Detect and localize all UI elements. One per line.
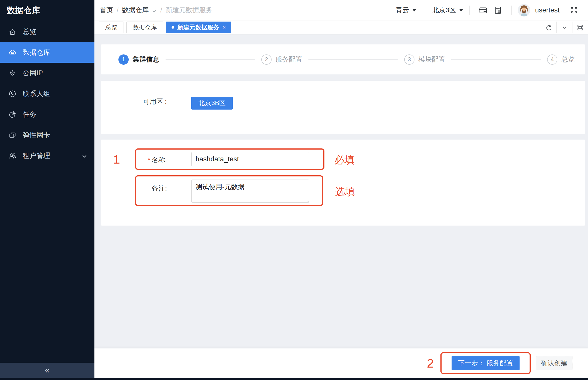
cloud-db-icon: [8, 48, 17, 57]
step-label: 集群信息: [133, 55, 159, 64]
required-star: *: [148, 156, 151, 164]
tabbar-actions: [541, 21, 588, 33]
step-circle: 1: [118, 55, 129, 65]
sidebar-nav: 总览 数据仓库 公网IP 联系人组: [0, 21, 95, 166]
zone-option-button[interactable]: 北京3B区: [191, 97, 233, 110]
region-selector-value: 北京3区: [432, 6, 456, 15]
caret-down-icon: [412, 9, 416, 12]
wizard-steps-panel: 1 集群信息 2 服务配置 3 模块配置 4 总览: [101, 44, 585, 75]
divider: [469, 6, 470, 15]
annotation-box-next: 下一步： 服务配置: [440, 352, 531, 374]
step-circle: 3: [404, 55, 415, 65]
breadcrumb-separator: /: [117, 6, 118, 14]
annotation-number-1: 1: [113, 152, 120, 167]
step-label: 模块配置: [418, 55, 445, 64]
maximize-frame-icon: [577, 24, 584, 31]
zone-panel: 可用区 : 北京3B区: [101, 81, 585, 134]
network-card-icon: [8, 131, 17, 139]
home-icon: [8, 28, 17, 36]
chevron-down-icon: [82, 153, 87, 159]
sidebar-item-label: 弹性网卡: [23, 131, 50, 140]
divider: [511, 6, 512, 15]
tab-data-warehouse[interactable]: 数据仓库: [126, 21, 163, 33]
tabbar: 总览 数据仓库 新建元数据服务 ×: [95, 20, 588, 35]
location-pin-icon: [8, 69, 17, 77]
sidebar-item-overview[interactable]: 总览: [0, 21, 95, 42]
step-circle: 4: [547, 55, 557, 65]
remark-label: 备注:: [134, 184, 167, 193]
breadcrumb-section[interactable]: 数据仓库: [122, 6, 149, 15]
work-order-icon[interactable]: [493, 6, 502, 15]
sidebar-item-elastic-nic[interactable]: 弹性网卡: [0, 125, 95, 145]
user-avatar[interactable]: [518, 4, 530, 17]
step-label: 服务配置: [276, 55, 302, 64]
breadcrumb-current: 新建元数据服务: [166, 6, 212, 15]
sidebar-item-label: 总览: [23, 27, 37, 37]
wizard-step-3: 3 模块配置: [404, 55, 445, 65]
step-connector: [308, 59, 398, 60]
name-input[interactable]: [191, 152, 309, 166]
chevron-down-icon: [561, 24, 568, 31]
refresh-button[interactable]: [541, 21, 556, 33]
zone-label: 可用区 :: [141, 97, 167, 106]
refresh-icon: [545, 24, 552, 31]
annotation-required: 必填: [334, 153, 354, 167]
sidebar-item-label: 数据仓库: [23, 48, 50, 57]
step-connector: [166, 59, 255, 60]
step-connector: [451, 59, 541, 60]
sidebar-title: 数据仓库: [7, 5, 40, 16]
region-selector[interactable]: 北京3区: [432, 6, 463, 15]
annotation-number-2: 2: [427, 356, 434, 370]
sidebar-item-tasks[interactable]: 任务: [0, 104, 95, 125]
username[interactable]: usertest: [535, 6, 560, 14]
cluster-form-panel: *名称: 备注: 测试使用-元数据 1 必填 选填: [101, 140, 585, 226]
active-tab-dot-icon: [171, 26, 174, 29]
step-circle: 2: [261, 55, 272, 65]
org-selector-value: 青云: [396, 6, 409, 15]
tab-overview[interactable]: 总览: [99, 21, 124, 33]
collapse-tabs-button[interactable]: [556, 21, 572, 33]
sidebar-collapse-button[interactable]: «: [0, 363, 95, 378]
tab-close-icon[interactable]: ×: [223, 24, 226, 31]
breadcrumb: 首页 / 数据仓库 / 新建元数据服务: [100, 6, 212, 15]
maximize-view-button[interactable]: [572, 21, 588, 33]
sidebar-item-contact-groups[interactable]: 联系人组: [0, 83, 95, 104]
topbar: 首页 / 数据仓库 / 新建元数据服务 青云 北京3区: [95, 0, 588, 20]
org-selector[interactable]: 青云: [396, 6, 416, 15]
sidebar-item-tenant-management[interactable]: 租户管理: [0, 145, 95, 166]
sidebar-item-data-warehouse[interactable]: 数据仓库: [0, 42, 95, 63]
billing-card-icon[interactable]: [479, 6, 487, 15]
breadcrumb-separator: /: [160, 6, 162, 14]
tab-label: 新建元数据服务: [177, 23, 219, 31]
wizard-step-1: 1 集群信息: [118, 55, 159, 65]
breadcrumb-home[interactable]: 首页: [100, 6, 113, 15]
wizard-step-2: 2 服务配置: [261, 55, 302, 65]
phone-contact-icon: [8, 90, 17, 98]
collapse-icon: «: [45, 365, 50, 375]
sidebar-item-label: 租户管理: [23, 151, 50, 160]
sidebar-item-label: 公网IP: [23, 68, 43, 78]
sidebar-item-label: 联系人组: [23, 89, 50, 98]
remark-textarea[interactable]: 测试使用-元数据: [191, 180, 309, 203]
app-window: 数据仓库 总览 数据仓库 公网IP: [0, 0, 588, 380]
topbar-controls: 青云 北京3区: [396, 4, 578, 17]
expand-fullscreen-icon[interactable]: [570, 6, 578, 15]
sidebar-item-public-ip[interactable]: 公网IP: [0, 63, 95, 83]
next-step-button[interactable]: 下一步： 服务配置: [452, 356, 520, 370]
sidebar-item-label: 任务: [23, 110, 37, 119]
footer-actions: 2 下一步： 服务配置 确认创建: [95, 348, 588, 378]
users-icon: [8, 152, 17, 160]
tab-label: 数据仓库: [133, 23, 157, 31]
window-bottom-edge: [0, 378, 588, 380]
step-label: 总览: [561, 55, 575, 64]
caret-down-icon: [459, 9, 463, 12]
content-area: 1 集群信息 2 服务配置 3 模块配置 4 总览 可用区 : 北京3B区: [95, 35, 588, 348]
name-label: *名称:: [134, 155, 167, 165]
breadcrumb-caret-icon[interactable]: [152, 8, 157, 13]
tab-create-metadata-service[interactable]: 新建元数据服务 ×: [166, 21, 231, 33]
sidebar: 数据仓库 总览 数据仓库 公网IP: [0, 0, 95, 380]
wizard-step-4: 4 总览: [547, 55, 575, 65]
confirm-create-button[interactable]: 确认创建: [536, 356, 572, 370]
tab-label: 总览: [105, 23, 117, 31]
annotation-optional: 选填: [335, 185, 355, 198]
